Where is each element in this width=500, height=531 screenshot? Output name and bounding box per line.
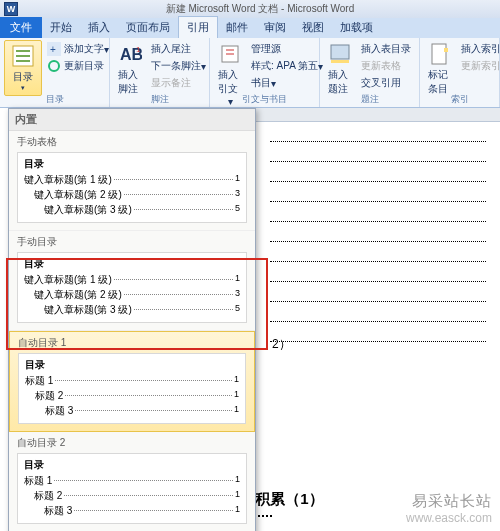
document-canvas[interactable] [256,122,500,348]
group-label-index: 索引 [420,93,499,106]
insert-footnote-label: 插入脚注 [118,68,142,96]
add-text-button[interactable]: +添加文字 ▾ [45,41,111,57]
tab-insert[interactable]: 插入 [80,17,118,38]
gallery-item-manual-table[interactable]: 手动表格 目录 键入章标题(第 1 级)1 键入章标题(第 2 级)3 键入章标… [9,131,255,231]
update-toc-button[interactable]: 更新目录 [45,58,111,74]
preview-manual-toc: 目录 键入章标题(第 1 级)1 键入章标题(第 2 级)3 键入章标题(第 3… [17,252,247,323]
gallery-item-auto-toc-1[interactable]: 自动目录 1 目录 标题 11 标题 21 标题 31 [9,331,255,432]
index-icon [428,42,452,66]
caption-icon [328,42,352,66]
tab-references[interactable]: 引用 [178,16,218,38]
tab-addins[interactable]: 加载项 [332,17,381,38]
group-label-citation: 引文与书目 [210,93,319,106]
insert-caption-label: 插入题注 [328,68,352,96]
insert-caption-button[interactable]: 插入题注 [324,40,356,98]
manage-sources-button[interactable]: 管理源 [249,41,325,57]
toc-button[interactable]: 目录 ▾ [4,40,42,96]
ribbon-group-citation: 插入引文▾ 管理源 样式: APA 第五 ▾ 书目 ▾ 引文与书目 [210,38,320,107]
ruler [250,108,500,122]
toc-gallery-dropdown: 内置 手动表格 目录 键入章标题(第 1 级)1 键入章标题(第 2 级)3 键… [8,108,256,531]
tab-file[interactable]: 文件 [0,17,42,38]
bibliography-button[interactable]: 书目 ▾ [249,75,325,91]
insert-footnote-button[interactable]: AB1 插入脚注 [114,40,146,98]
ribbon-group-footnote: AB1 插入脚注 插入尾注 下一条脚注 ▾ 显示备注 脚注 [110,38,210,107]
dropdown-section-builtin: 内置 [9,109,255,131]
cross-reference-button[interactable]: 交叉引用 [359,75,413,91]
svg-rect-12 [432,44,446,64]
toc-button-label: 目录 [13,70,33,84]
footnote-icon: AB1 [118,42,142,66]
citation-style-button[interactable]: 样式: APA 第五 ▾ [249,58,325,74]
preview-auto-1: 目录 标题 11 标题 21 标题 31 [18,353,246,424]
mark-entry-button[interactable]: 标记条目 [424,40,456,98]
group-label-toc: 目录 [0,93,109,106]
ribbon-group-caption: 插入题注 插入表目录 更新表格 交叉引用 题注 [320,38,420,107]
mark-entry-label: 标记条目 [428,68,452,96]
insert-table-figures-button[interactable]: 插入表目录 [359,41,413,57]
svg-text:+: + [50,44,56,55]
gallery-item-auto-toc-2[interactable]: 自动目录 2 目录 标题 11 标题 21 标题 31 [9,432,255,531]
insert-citation-label: 插入引文 [218,68,242,96]
preview-auto-2: 目录 标题 11 标题 21 标题 31 [17,453,247,524]
update-table-button[interactable]: 更新表格 [359,58,413,74]
add-text-icon: + [47,42,61,56]
show-notes-button[interactable]: 显示备注 [149,75,208,91]
group-label-caption: 题注 [320,93,419,106]
svg-rect-11 [331,60,349,63]
ribbon-group-toc: 目录 ▾ +添加文字 ▾ 更新目录 目录 [0,38,110,107]
document-title: 新建 Microsoft Word 文档 - Microsoft Word [24,2,496,16]
tab-review[interactable]: 审阅 [256,17,294,38]
chevron-down-icon: ▾ [21,84,25,92]
title-bar: W 新建 Microsoft Word 文档 - Microsoft Word [0,0,500,18]
toc-icon [11,44,35,68]
insert-endnote-button[interactable]: 插入尾注 [149,41,208,57]
citation-icon [218,42,242,66]
tab-view[interactable]: 视图 [294,17,332,38]
tab-layout[interactable]: 页面布局 [118,17,178,38]
preview-manual-table: 目录 键入章标题(第 1 级)1 键入章标题(第 2 级)3 键入章标题(第 3… [17,152,247,223]
svg-rect-13 [444,48,448,52]
ribbon-tabs: 文件 开始 插入 页面布局 引用 邮件 审阅 视图 加载项 [0,18,500,38]
next-footnote-button[interactable]: 下一条脚注 ▾ [149,58,208,74]
update-index-button[interactable]: 更新索引 [459,58,500,74]
svg-text:1: 1 [136,45,141,54]
group-label-footnote: 脚注 [110,93,209,106]
tab-home[interactable]: 开始 [42,17,80,38]
watermark: 易采站长站 www.easck.com [406,492,492,525]
tab-mail[interactable]: 邮件 [218,17,256,38]
update-icon [47,59,61,73]
svg-point-6 [49,61,59,71]
gallery-item-manual-toc[interactable]: 手动目录 目录 键入章标题(第 1 级)1 键入章标题(第 2 级)3 键入章标… [9,231,255,331]
insert-index-button[interactable]: 插入索引 [459,41,500,57]
page-fragment-text: 2） [272,336,291,353]
svg-rect-10 [331,45,349,59]
ribbon-group-index: 标记条目 插入索引 更新索引 索引 [420,38,500,107]
word-app-icon: W [4,2,18,16]
ribbon: 目录 ▾ +添加文字 ▾ 更新目录 目录 AB1 插入脚注 插入尾注 下一条脚注… [0,38,500,108]
